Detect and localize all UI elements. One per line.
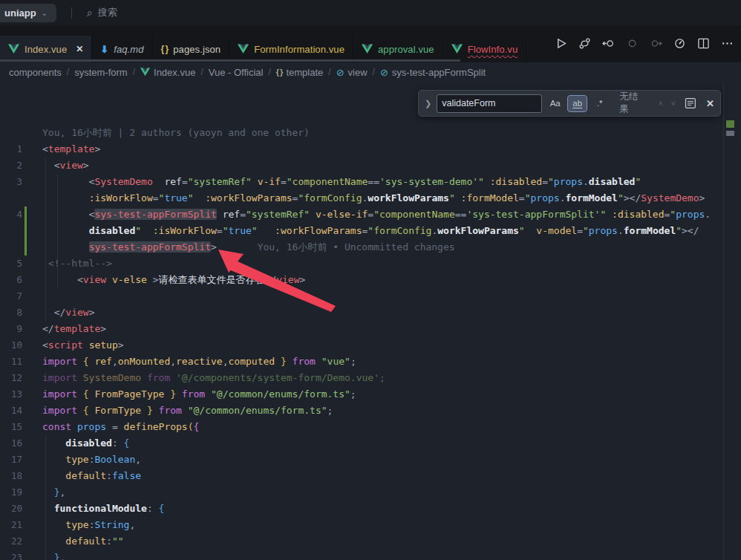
code-line[interactable]: sys-test-appFormSplit> You, 16小时前 • Unco… (0, 239, 724, 255)
find-input[interactable] (437, 94, 542, 113)
code-line[interactable]: 1<template> (0, 141, 724, 157)
breadcrumb-item-system-form[interactable]: system-form (74, 67, 128, 78)
tab-approval-vue[interactable]: approval.vue (353, 36, 443, 62)
line-number[interactable]: 18 (0, 468, 22, 484)
close-tab-icon[interactable]: ✕ (76, 44, 83, 54)
line-content: import { FromPageType } from "@/common/e… (22, 386, 356, 403)
line-number[interactable]: 11 (0, 354, 22, 370)
breadcrumb-separator: / (373, 67, 375, 77)
overview-ruler[interactable] (723, 82, 741, 560)
line-number[interactable]: 5 (0, 255, 22, 272)
editor-pane[interactable]: You, 16小时前 | 2 authors (yaoyn and one ot… (0, 82, 741, 560)
navigate-back-icon[interactable] (626, 37, 639, 50)
line-number[interactable]: 1 (0, 141, 22, 157)
whole-word-button[interactable]: ab (568, 96, 587, 111)
global-search-button[interactable]: ⌕ 搜索 (87, 6, 117, 19)
line-number[interactable]: 20 (0, 501, 22, 517)
tabbar-scrollbar[interactable] (0, 59, 460, 62)
code-line[interactable]: 22 default:"" (0, 533, 724, 550)
line-number[interactable]: 12 (0, 370, 22, 386)
code-line[interactable]: 21 type:String, (0, 517, 724, 533)
code-line[interactable]: 3 <SystemDemo ref="systemRef" v-if="comp… (0, 174, 724, 190)
tab-flowinfo-vu[interactable]: FlowInfo.vu (443, 36, 527, 62)
breadcrumb-item-vue-official[interactable]: Vue - Official (209, 67, 264, 78)
line-content: <script setup> (22, 337, 124, 354)
match-case-button[interactable]: Aa (546, 96, 564, 111)
line-number[interactable]: 8 (0, 305, 22, 321)
line-number[interactable]: 19 (0, 484, 22, 501)
code-line[interactable]: 4 <sys-test-appFormSplit ref="systemRef"… (0, 206, 724, 223)
run-icon[interactable] (555, 37, 567, 50)
breadcrumb-item-template[interactable]: { }template (276, 67, 324, 78)
line-number[interactable]: 10 (0, 337, 22, 354)
code-line[interactable]: 6 <view v-else >请检查表单文件是否存在</view> (0, 272, 724, 288)
breadcrumb-item-components[interactable]: components (9, 67, 62, 78)
source-control-graph-icon[interactable] (578, 37, 591, 50)
breadcrumb-item-view[interactable]: ⊘view (336, 67, 368, 78)
navigate-forward-icon[interactable] (650, 37, 662, 50)
line-number[interactable]: 15 (0, 419, 22, 435)
tab-faq-md[interactable]: ⬇faq.md (92, 36, 152, 62)
line-number[interactable]: 13 (0, 386, 22, 403)
breadcrumb-item-index-vue[interactable]: Index.vue (140, 67, 195, 78)
code-line[interactable]: 5 <!--html--> (0, 255, 724, 272)
tab-label: approval.vue (378, 44, 434, 55)
code-line[interactable]: 8 </view> (0, 305, 724, 321)
code-line[interactable]: 20 functionalModule: { (0, 501, 724, 517)
line-number[interactable]: 9 (0, 321, 22, 337)
git-blame-annotation: You, 16小时前 | 2 authors (yaoyn and one ot… (42, 127, 310, 138)
code-line[interactable]: 2 <view> (0, 157, 724, 174)
split-editor-icon[interactable] (697, 37, 710, 50)
line-number[interactable]: 2 (0, 157, 22, 174)
line-content: import SystemDemo from '@/components/sys… (22, 370, 385, 386)
line-content: import { ref,onMounted,reactive,computed… (22, 354, 356, 370)
line-number[interactable]: 3 (0, 174, 22, 190)
next-match-icon[interactable]: ˅ (671, 99, 676, 108)
code-line[interactable]: 12import SystemDemo from '@/components/s… (0, 370, 724, 386)
tab-bar: Index.vue✕⬇faq.md{ }pages.jsonFormInform… (0, 25, 741, 62)
more-actions-icon[interactable] (721, 37, 734, 50)
run-debug-icon[interactable] (673, 37, 686, 50)
code-area[interactable]: You, 16小时前 | 2 authors (yaoyn and one ot… (0, 125, 724, 560)
code-line[interactable]: disabled" :isWorkFlow="true" :workFlowPa… (0, 223, 724, 239)
code-line[interactable]: 7 (0, 288, 724, 305)
code-line[interactable]: 18 default:false (0, 468, 724, 484)
project-menu-button[interactable]: uniapp ⌄ (0, 4, 56, 22)
code-line[interactable]: 15const props = defineProps({ (0, 419, 724, 435)
breadcrumb-label: sys-test-appFormSplit (392, 67, 486, 78)
find-in-selection-icon[interactable] (685, 97, 696, 109)
tab-forminformation-vue[interactable]: FormInformation.vue (229, 36, 353, 62)
code-line[interactable]: 23 }, (0, 550, 724, 560)
breadcrumb-separator: / (328, 67, 330, 77)
line-number[interactable]: 4 (0, 206, 22, 223)
line-number[interactable]: 6 (0, 272, 22, 288)
line-number[interactable]: 23 (0, 550, 22, 560)
code-line[interactable]: 16 disabled: { (0, 435, 724, 452)
code-line[interactable]: 9</template> (0, 321, 724, 337)
tab-index-vue[interactable]: Index.vue✕ (0, 36, 92, 62)
close-find-icon[interactable]: ✕ (706, 98, 714, 109)
line-number[interactable]: 7 (0, 288, 22, 305)
line-number[interactable]: 14 (0, 403, 22, 419)
code-line[interactable]: 11import { ref,onMounted,reactive,comput… (0, 354, 724, 370)
code-line[interactable]: 17 type:Boolean, (0, 452, 724, 468)
code-line[interactable]: 13import { FromPageType } from "@/common… (0, 386, 724, 403)
code-line[interactable]: 10<script setup> (0, 337, 724, 354)
line-content: }, (22, 550, 65, 560)
line-number[interactable]: 22 (0, 533, 22, 550)
code-line[interactable]: 19 }, (0, 484, 724, 501)
open-changes-icon[interactable] (602, 37, 615, 50)
tab-pages-json[interactable]: { }pages.json (153, 36, 230, 62)
code-line[interactable]: 14import { FormType } from "@/common/enu… (0, 403, 724, 419)
regex-button[interactable]: .* (590, 96, 609, 111)
breadcrumb-item-sys-test-appformsplit[interactable]: ⊘sys-test-appFormSplit (380, 67, 486, 78)
code-line[interactable]: You, 16小时前 | 2 authors (yaoyn and one ot… (0, 125, 724, 141)
breadcrumb-label: template (286, 67, 323, 78)
line-content: disabled: { (22, 435, 129, 452)
previous-match-icon[interactable]: ˄ (658, 99, 662, 108)
line-number[interactable]: 17 (0, 452, 22, 468)
line-number[interactable]: 16 (0, 435, 22, 452)
toggle-replace-icon[interactable]: ❯ (425, 99, 431, 108)
code-line[interactable]: :isWorkFlow="true" :workFlowParams="form… (0, 190, 724, 206)
line-number[interactable]: 21 (0, 517, 22, 533)
